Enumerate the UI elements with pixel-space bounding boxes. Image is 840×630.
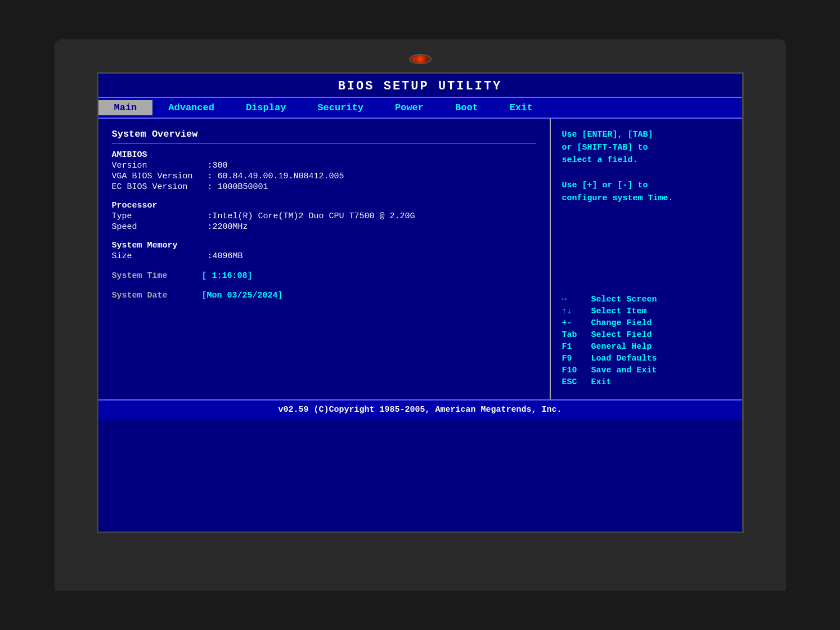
menu-item-main[interactable]: Main: [98, 100, 153, 115]
key-row-change-field: +- Change Field: [562, 318, 731, 328]
key-row-select-item: ↑↓ Select Item: [562, 307, 731, 316]
memory-label: System Memory: [112, 241, 536, 250]
processor-section: Processor Type :Intel(R) Core(TM)2 Duo C…: [112, 201, 536, 232]
section-overview-title: System Overview: [112, 129, 536, 140]
speed-row: Speed :2200MHz: [112, 222, 536, 232]
help-line2: or [SHIFT-TAB] to: [562, 142, 731, 155]
help-line5: Use [+] or [-] to: [562, 179, 731, 192]
laptop-top-bar: [71, 51, 769, 68]
menu-item-power[interactable]: Power: [379, 100, 439, 115]
type-row: Type :Intel(R) Core(TM)2 Duo CPU T7500 @…: [112, 212, 536, 221]
menu-item-display[interactable]: Display: [230, 100, 302, 115]
system-time-row[interactable]: System Time [ 1:16:08]: [112, 271, 536, 281]
system-time-label: System Time: [112, 271, 202, 281]
key-desc-select-item: Select Item: [591, 307, 731, 316]
menu-item-security[interactable]: Security: [302, 100, 379, 115]
menu-item-advanced[interactable]: Advanced: [152, 100, 230, 115]
key-desc-select-screen: Select Screen: [591, 295, 731, 304]
left-panel: System Overview AMIBIOS Version :300 VGA…: [98, 119, 551, 399]
key-desc-f9: Load Defaults: [591, 354, 731, 363]
system-time-value: [ 1:16:08]: [202, 271, 253, 281]
system-date-value: [Mon 03/25/2024]: [202, 291, 283, 300]
key-desc-esc: Exit: [591, 377, 731, 387]
ec-row: EC BIOS Version : 1000B50001: [112, 182, 536, 192]
size-row: Size :4096MB: [112, 251, 536, 261]
help-text: Use [ENTER], [TAB] or [SHIFT-TAB] to sel…: [562, 129, 731, 205]
speed-value: :2200MHz: [208, 222, 248, 232]
ec-value: : 1000B50001: [208, 182, 268, 192]
size-label: Size: [112, 251, 208, 261]
version-label: Version: [112, 161, 208, 170]
help-line6: configure system Time.: [562, 192, 731, 205]
key-desc-change-field: Change Field: [591, 318, 731, 328]
amibios-label: AMIBIOS: [112, 150, 536, 160]
version-row: Version :300: [112, 161, 536, 170]
bios-screen: BIOS SETUP UTILITY Main Advanced Display…: [97, 72, 744, 533]
help-line3: select a field.: [562, 154, 731, 167]
type-label: Type: [112, 212, 208, 221]
help-line1: Use [ENTER], [TAB]: [562, 129, 731, 142]
type-value: :Intel(R) Core(TM)2 Duo CPU T7500 @ 2.20…: [208, 212, 415, 221]
divider-overview: [112, 143, 536, 143]
bios-footer: v02.59 (C)Copyright 1985-2005, American …: [98, 399, 742, 419]
key-help-section: ↔ Select Screen ↑↓ Select Item +- Change…: [562, 295, 731, 387]
key-row-f9: F9 Load Defaults: [562, 354, 731, 363]
menu-item-exit[interactable]: Exit: [494, 100, 549, 115]
system-date-row[interactable]: System Date [Mon 03/25/2024]: [112, 291, 536, 300]
key-sym-arrows-lr: ↔: [562, 295, 591, 304]
key-row-esc: ESC Exit: [562, 377, 731, 387]
bios-title: BIOS SETUP UTILITY: [98, 74, 742, 97]
key-row-f1: F1 General Help: [562, 342, 731, 352]
key-desc-select-field: Select Field: [591, 330, 731, 340]
size-value: :4096MB: [208, 251, 243, 261]
system-date-label: System Date: [112, 291, 202, 300]
content-area: System Overview AMIBIOS Version :300 VGA…: [98, 119, 742, 399]
menu-item-boot[interactable]: Boot: [439, 100, 494, 115]
key-row-select-screen: ↔ Select Screen: [562, 295, 731, 304]
key-sym-f1: F1: [562, 342, 591, 352]
key-sym-plusminus: +-: [562, 318, 591, 328]
key-row-select-field: Tab Select Field: [562, 330, 731, 340]
right-panel: Use [ENTER], [TAB] or [SHIFT-TAB] to sel…: [551, 119, 742, 399]
menu-bar: Main Advanced Display Security Power Boo…: [98, 97, 742, 119]
laptop-frame: BIOS SETUP UTILITY Main Advanced Display…: [55, 39, 786, 591]
memory-section: System Memory Size :4096MB: [112, 241, 536, 261]
key-row-f10: F10 Save and Exit: [562, 366, 731, 375]
ec-label: EC BIOS Version: [112, 182, 208, 192]
key-sym-f9: F9: [562, 354, 591, 363]
key-sym-f10: F10: [562, 366, 591, 375]
vga-row: VGA BIOS Version : 60.84.49.00.19.N08412…: [112, 172, 536, 181]
version-value: :300: [208, 161, 228, 170]
processor-label: Processor: [112, 201, 536, 210]
speed-label: Speed: [112, 222, 208, 232]
key-sym-arrows-ud: ↑↓: [562, 307, 591, 316]
vga-value: : 60.84.49.00.19.N08412.005: [208, 172, 344, 181]
webcam-icon: [409, 54, 432, 64]
key-sym-tab: Tab: [562, 330, 591, 340]
key-desc-f1: General Help: [591, 342, 731, 352]
vga-label: VGA BIOS Version: [112, 172, 208, 181]
key-desc-f10: Save and Exit: [591, 366, 731, 375]
key-sym-esc: ESC: [562, 377, 591, 387]
